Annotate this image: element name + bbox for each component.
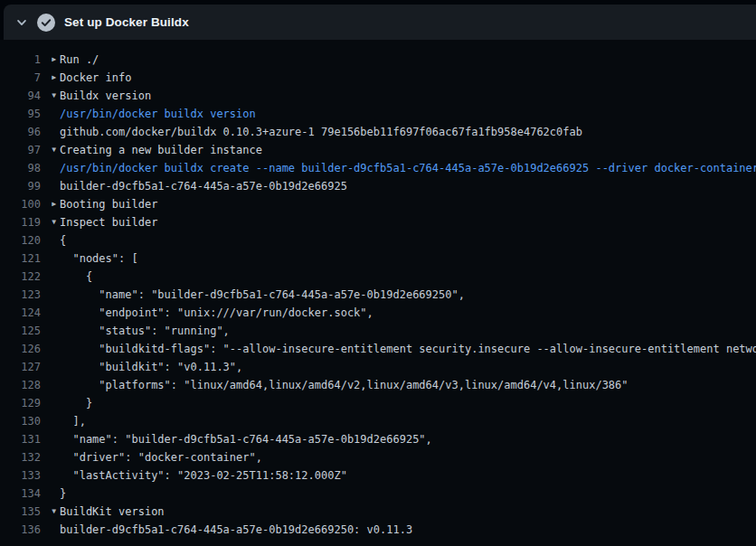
log-line: 134} (0, 485, 756, 503)
output-text: "name": "builder-d9cfb5a1-c764-445a-a57e… (60, 430, 432, 448)
check-circle-icon (37, 14, 55, 32)
group-title: BuildKit version (60, 503, 165, 521)
line-number[interactable]: 119 (0, 213, 41, 231)
log-group-row[interactable]: 1▶Run ./ (0, 51, 756, 69)
log-line: 120{ (0, 231, 756, 249)
output-text: "lastActivity": "2023-02-25T11:58:12.000… (60, 466, 347, 485)
line-number[interactable]: 131 (0, 430, 41, 448)
command-text: /usr/bin/docker buildx version (60, 105, 256, 123)
output-text: "driver": "docker-container", (60, 448, 262, 466)
marker-spacer (41, 376, 60, 394)
marker-spacer (41, 105, 60, 123)
marker-spacer (41, 177, 60, 195)
triangle-right-icon[interactable]: ▶ (41, 69, 60, 87)
line-number[interactable]: 94 (0, 87, 41, 105)
line-number[interactable]: 96 (0, 123, 41, 141)
line-number[interactable]: 123 (0, 286, 41, 304)
log-line: 124 "endpoint": "unix:///var/run/docker.… (0, 304, 756, 322)
log-line: 133 "lastActivity": "2023-02-25T11:58:12… (0, 466, 756, 485)
line-number[interactable]: 135 (0, 503, 41, 521)
output-text: { (60, 231, 66, 249)
marker-spacer (41, 430, 60, 448)
line-number[interactable]: 132 (0, 448, 41, 466)
output-text: "name": "builder-d9cfb5a1-c764-445a-a57e… (60, 286, 465, 304)
log-line: 132 "driver": "docker-container", (0, 448, 756, 466)
log-group-row[interactable]: 119▼Inspect builder (0, 213, 756, 231)
marker-spacer (41, 358, 60, 376)
log-group-row[interactable]: 100▶Booting builder (0, 195, 756, 213)
output-text: } (60, 485, 66, 503)
line-number[interactable]: 100 (0, 195, 41, 213)
output-text: "nodes": [ (60, 249, 138, 268)
log-line: 121 "nodes": [ (0, 249, 756, 268)
marker-spacer (41, 268, 60, 286)
log-line: 95/usr/bin/docker buildx version (0, 105, 756, 123)
triangle-down-icon[interactable]: ▼ (41, 87, 60, 105)
line-number[interactable]: 133 (0, 466, 41, 485)
output-text: "buildkit": "v0.11.3", (60, 358, 242, 376)
step-title: Set up Docker Buildx (64, 15, 189, 29)
line-number[interactable]: 127 (0, 358, 41, 376)
marker-spacer (41, 322, 60, 340)
line-number[interactable]: 134 (0, 485, 41, 503)
output-text: { (60, 268, 92, 286)
log-line: 128 "platforms": "linux/amd64,linux/amd6… (0, 376, 756, 394)
marker-spacer (41, 340, 60, 358)
line-number[interactable]: 122 (0, 268, 41, 286)
output-text: "platforms": "linux/amd64,linux/amd64/v2… (60, 376, 628, 394)
log-group-row[interactable]: 135▼BuildKit version (0, 503, 756, 521)
group-title: Booting builder (60, 195, 157, 213)
log-group-row[interactable]: 94▼Buildx version (0, 87, 756, 105)
chevron-down-icon[interactable] (15, 16, 28, 29)
marker-spacer (41, 521, 60, 539)
line-number[interactable]: 124 (0, 304, 41, 322)
line-number[interactable]: 98 (0, 159, 41, 177)
output-text: "buildkitd-flags": "--allow-insecure-ent… (60, 340, 756, 358)
marker-spacer (41, 448, 60, 466)
log-line: 129 } (0, 394, 756, 412)
log-line: 126 "buildkitd-flags": "--allow-insecure… (0, 340, 756, 358)
log-line: 96github.com/docker/buildx 0.10.3+azure-… (0, 123, 756, 141)
triangle-right-icon[interactable]: ▶ (41, 195, 60, 213)
line-number[interactable]: 126 (0, 340, 41, 358)
marker-spacer (41, 485, 60, 503)
line-number[interactable]: 99 (0, 177, 41, 195)
log-line: 122 { (0, 268, 756, 286)
log-line: 130 ], (0, 412, 756, 430)
triangle-down-icon[interactable]: ▼ (41, 503, 60, 521)
output-text: } (60, 394, 92, 412)
marker-spacer (41, 159, 60, 177)
marker-spacer (41, 466, 60, 485)
log-line: 131 "name": "builder-d9cfb5a1-c764-445a-… (0, 430, 756, 448)
marker-spacer (41, 394, 60, 412)
marker-spacer (41, 231, 60, 249)
log-container: 1▶Run ./7▶Docker info94▼Buildx version95… (0, 40, 756, 546)
line-number[interactable]: 136 (0, 521, 41, 539)
triangle-down-icon[interactable]: ▼ (41, 141, 60, 159)
line-number[interactable]: 121 (0, 249, 41, 268)
log-line: 98/usr/bin/docker buildx create --name b… (0, 159, 756, 177)
line-number[interactable]: 7 (0, 69, 41, 87)
group-title: Buildx version (60, 87, 151, 105)
log-line: 123 "name": "builder-d9cfb5a1-c764-445a-… (0, 286, 756, 304)
output-text: github.com/docker/buildx 0.10.3+azure-1 … (60, 123, 582, 141)
log-group-row[interactable]: 7▶Docker info (0, 69, 756, 87)
line-number[interactable]: 97 (0, 141, 41, 159)
line-number[interactable]: 128 (0, 376, 41, 394)
log-line: 136builder-d9cfb5a1-c764-445a-a57e-0b19d… (0, 521, 756, 539)
output-text: "endpoint": "unix:///var/run/docker.sock… (60, 304, 373, 322)
log-line: 125 "status": "running", (0, 322, 756, 340)
line-number[interactable]: 95 (0, 105, 41, 123)
log-group-row[interactable]: 97▼Creating a new builder instance (0, 141, 756, 159)
output-text: ], (60, 412, 86, 430)
group-title: Creating a new builder instance (60, 141, 262, 159)
line-number[interactable]: 130 (0, 412, 41, 430)
group-title: Docker info (60, 69, 131, 87)
step-header[interactable]: Set up Docker Buildx (4, 5, 756, 40)
line-number[interactable]: 1 (0, 51, 41, 69)
line-number[interactable]: 120 (0, 231, 41, 249)
triangle-down-icon[interactable]: ▼ (41, 213, 60, 231)
line-number[interactable]: 129 (0, 394, 41, 412)
triangle-right-icon[interactable]: ▶ (41, 51, 60, 69)
line-number[interactable]: 125 (0, 322, 41, 340)
